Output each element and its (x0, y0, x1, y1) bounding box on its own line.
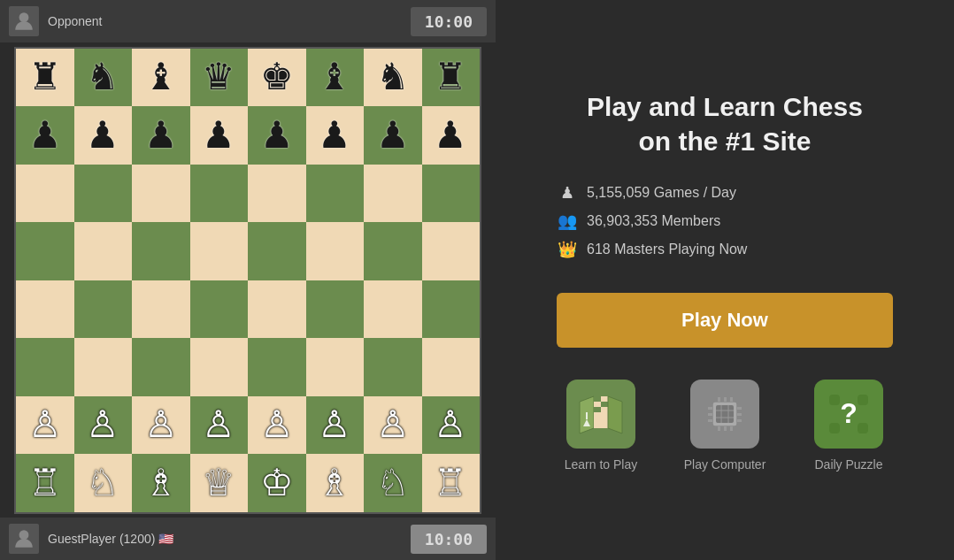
square[interactable] (248, 222, 306, 280)
square[interactable]: ♝ (306, 49, 365, 107)
left-panel: Opponent 10:00 ♜♞♝♛♚♝♞♜♟♟♟♟♟♟♟♟♙♙♙♙♙♙♙♙♖… (0, 0, 496, 560)
computer-icon (702, 391, 748, 437)
learn-icon (578, 393, 624, 435)
square[interactable] (16, 222, 74, 280)
square[interactable] (190, 222, 249, 280)
square[interactable] (74, 338, 133, 396)
square[interactable]: ♙ (16, 396, 74, 455)
square[interactable]: ♝ (132, 49, 190, 107)
headline: Play and Learn Chesson the #1 Site (587, 89, 863, 158)
square[interactable] (306, 280, 365, 339)
square[interactable] (16, 338, 74, 396)
svg-rect-23 (708, 419, 712, 422)
square[interactable]: ♞ (74, 49, 133, 107)
square[interactable] (306, 222, 365, 280)
square[interactable]: ♙ (422, 396, 481, 455)
square[interactable] (74, 222, 133, 280)
square[interactable] (190, 338, 249, 396)
square[interactable]: ♔ (248, 454, 306, 512)
svg-rect-15 (718, 397, 720, 402)
square[interactable]: ♜ (16, 49, 74, 107)
svg-rect-5 (601, 396, 608, 402)
masters-text: 618 Masters Playing Now (587, 242, 747, 257)
svg-rect-6 (594, 402, 601, 407)
square[interactable] (306, 165, 365, 223)
square[interactable]: ♙ (132, 396, 190, 455)
square[interactable]: ♟ (74, 106, 133, 165)
square[interactable]: ♟ (364, 106, 422, 165)
svg-rect-26 (737, 419, 742, 422)
square[interactable]: ♗ (306, 454, 365, 512)
square[interactable]: ♘ (364, 454, 422, 512)
opponent-avatar (9, 6, 39, 36)
square[interactable] (132, 165, 190, 223)
svg-rect-17 (730, 397, 733, 402)
computer-label: Play Computer (684, 457, 766, 472)
members-icon: 👥 (557, 211, 578, 231)
square[interactable]: ♟ (16, 106, 74, 165)
square[interactable] (248, 165, 306, 223)
svg-text:?: ? (840, 397, 858, 429)
square[interactable] (132, 338, 190, 396)
square[interactable]: ♟ (132, 106, 190, 165)
square[interactable]: ♖ (422, 454, 481, 512)
daily-puzzle-item[interactable]: ? Daily Puzzle (800, 380, 897, 472)
play-now-button[interactable]: Play Now (557, 293, 893, 348)
square[interactable]: ♞ (364, 49, 422, 107)
svg-rect-33 (829, 395, 840, 405)
opponent-bar: Opponent 10:00 (0, 0, 496, 42)
puzzle-icon-box: ? (814, 380, 883, 449)
square[interactable]: ♙ (74, 396, 133, 455)
square[interactable] (190, 280, 249, 339)
svg-rect-14 (716, 405, 734, 423)
square[interactable]: ♙ (248, 396, 306, 455)
svg-rect-22 (708, 413, 712, 416)
square[interactable]: ♗ (132, 454, 190, 512)
square[interactable]: ♟ (190, 106, 249, 165)
square[interactable]: ♟ (422, 106, 481, 165)
square[interactable] (306, 338, 365, 396)
square[interactable] (74, 280, 133, 339)
opponent-timer: 10:00 (411, 7, 487, 36)
square[interactable] (74, 165, 133, 223)
square[interactable] (16, 165, 74, 223)
square[interactable] (422, 338, 481, 396)
square[interactable]: ♙ (190, 396, 249, 455)
square[interactable]: ♟ (306, 106, 365, 165)
square[interactable]: ♖ (16, 454, 74, 512)
square[interactable] (364, 222, 422, 280)
player-avatar-icon (12, 527, 35, 550)
learn-icon-box (566, 380, 635, 449)
svg-rect-34 (858, 395, 868, 405)
square[interactable] (422, 165, 481, 223)
square[interactable] (190, 165, 249, 223)
chess-board[interactable]: ♜♞♝♛♚♝♞♜♟♟♟♟♟♟♟♟♙♙♙♙♙♙♙♙♖♘♗♕♔♗♘♖ (14, 47, 481, 514)
square[interactable] (248, 338, 306, 396)
square[interactable] (422, 222, 481, 280)
square[interactable] (132, 280, 190, 339)
games-text: 5,155,059 Games / Day (587, 185, 736, 201)
learn-to-play-item[interactable]: Learn to Play (552, 380, 650, 472)
square[interactable] (364, 165, 422, 223)
square[interactable]: ♛ (190, 49, 249, 107)
square[interactable]: ♜ (422, 49, 481, 107)
square[interactable]: ♚ (248, 49, 306, 107)
square[interactable] (16, 280, 74, 339)
player-timer: 10:00 (411, 525, 487, 554)
square[interactable] (132, 222, 190, 280)
square[interactable]: ♟ (248, 106, 306, 165)
square[interactable]: ♘ (74, 454, 133, 512)
stat-masters: 👑 618 Masters Playing Now (557, 240, 893, 259)
svg-rect-24 (737, 407, 742, 410)
opponent-name: Opponent (48, 14, 402, 28)
square[interactable]: ♙ (306, 396, 365, 455)
square[interactable] (422, 280, 481, 339)
square[interactable] (364, 338, 422, 396)
svg-rect-7 (601, 402, 608, 407)
opponent-avatar-icon (12, 10, 35, 33)
square[interactable] (248, 280, 306, 339)
play-computer-item[interactable]: Play Computer (676, 380, 773, 472)
square[interactable]: ♕ (190, 454, 249, 512)
square[interactable] (364, 280, 422, 339)
square[interactable]: ♙ (364, 396, 422, 455)
